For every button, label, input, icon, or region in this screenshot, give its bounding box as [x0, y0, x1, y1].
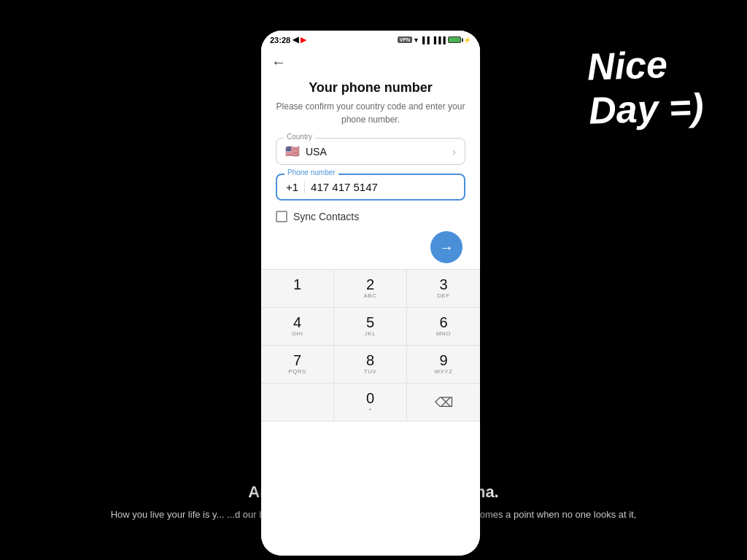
nice-day-text: Nice Day =)	[587, 42, 705, 133]
key-sub-letters: JKL	[365, 330, 376, 338]
sync-contacts-row[interactable]: Sync Contacts	[276, 211, 465, 222]
key-main-digit: 2	[366, 277, 374, 292]
key-3[interactable]: 3DEF	[407, 270, 480, 308]
next-button[interactable]: →	[430, 231, 462, 263]
key-5[interactable]: 5JKL	[334, 308, 407, 346]
phone-input-wrapper[interactable]: Phone number +1 417 417 5147	[276, 174, 465, 201]
country-code: +1	[286, 181, 305, 193]
phone-input-label: Phone number	[285, 168, 338, 176]
key-sub-letters: WXYZ	[434, 368, 452, 376]
key-sub-letters: ABC	[364, 292, 377, 300]
key-main-digit: 4	[293, 315, 301, 330]
key-main-digit: 7	[293, 353, 301, 368]
keypad: 12ABC3DEF4GHI5JKL6MNO7PQRS8TUV9WXYZ0+⌫	[261, 270, 480, 421]
key-main-digit: 3	[439, 277, 447, 292]
key-main-digit: 9	[439, 353, 447, 368]
status-time: 23:28 ◀ ▶	[270, 35, 306, 44]
back-arrow-icon: ←	[271, 54, 286, 70]
form-area: Your phone number Please confirm your co…	[261, 73, 480, 269]
backspace-icon: ⌫	[435, 394, 453, 411]
sync-contacts-label: Sync Contacts	[293, 211, 359, 222]
phone-number-display: 417 417 5147	[311, 181, 455, 193]
key-sub-letters: DEF	[437, 292, 450, 300]
key-7[interactable]: 7PQRS	[261, 346, 334, 384]
empty-key	[261, 384, 334, 421]
flag-icon: 🇺🇸	[285, 144, 300, 158]
key-4[interactable]: 4GHI	[261, 308, 334, 346]
key-6[interactable]: 6MNO	[407, 308, 480, 346]
key-1[interactable]: 1	[261, 270, 334, 308]
phone-frame: 23:28 ◀ ▶ VPN ▾ ▐▐ ▐▐▐ ⚡ ← Your phone nu…	[261, 31, 480, 556]
charging-icon: ⚡	[463, 36, 471, 44]
key-sub-letters: +	[368, 406, 372, 413]
status-bar: 23:28 ◀ ▶ VPN ▾ ▐▐ ▐▐▐ ⚡	[261, 31, 480, 47]
signal-icon: ▐▐	[420, 36, 430, 44]
vpn-badge: VPN	[398, 36, 412, 43]
key-main-digit: 8	[366, 353, 374, 368]
next-arrow-icon: →	[439, 239, 454, 256]
page-subtitle: Please confirm your country code and ent…	[276, 100, 465, 126]
key-sub-letters: MNO	[436, 330, 451, 338]
key-main-digit: 1	[293, 277, 301, 292]
key-main-digit: 6	[439, 315, 447, 330]
back-button[interactable]: ←	[261, 47, 480, 73]
country-selector[interactable]: Country 🇺🇸 USA ›	[276, 138, 465, 165]
sync-contacts-checkbox[interactable]	[276, 211, 287, 222]
key-2[interactable]: 2ABC	[334, 270, 407, 308]
key-main-digit: 5	[366, 315, 374, 330]
country-value: USA	[306, 146, 327, 158]
key-sub-letters: PQRS	[288, 368, 306, 376]
key-0[interactable]: 0+	[334, 384, 407, 421]
key-8[interactable]: 8TUV	[334, 346, 407, 384]
battery-icon	[448, 36, 461, 43]
wifi-icon: ▾	[414, 36, 418, 44]
key-main-digit: 0	[366, 391, 374, 405]
key-sub-letters: GHI	[292, 330, 303, 338]
page-title: Your phone number	[276, 80, 465, 96]
content-area: ← Your phone number Please confirm your …	[261, 47, 480, 556]
key-9[interactable]: 9WXYZ	[407, 346, 480, 384]
status-icons: VPN ▾ ▐▐ ▐▐▐ ⚡	[398, 36, 471, 44]
next-btn-area: →	[276, 231, 465, 269]
country-left: 🇺🇸 USA	[285, 144, 327, 158]
key-sub-letters: TUV	[364, 368, 377, 376]
country-label: Country	[284, 133, 315, 141]
signal-icon-2: ▐▐▐	[432, 36, 446, 44]
backspace-key[interactable]: ⌫	[407, 384, 480, 421]
chevron-right-icon: ›	[452, 146, 456, 158]
